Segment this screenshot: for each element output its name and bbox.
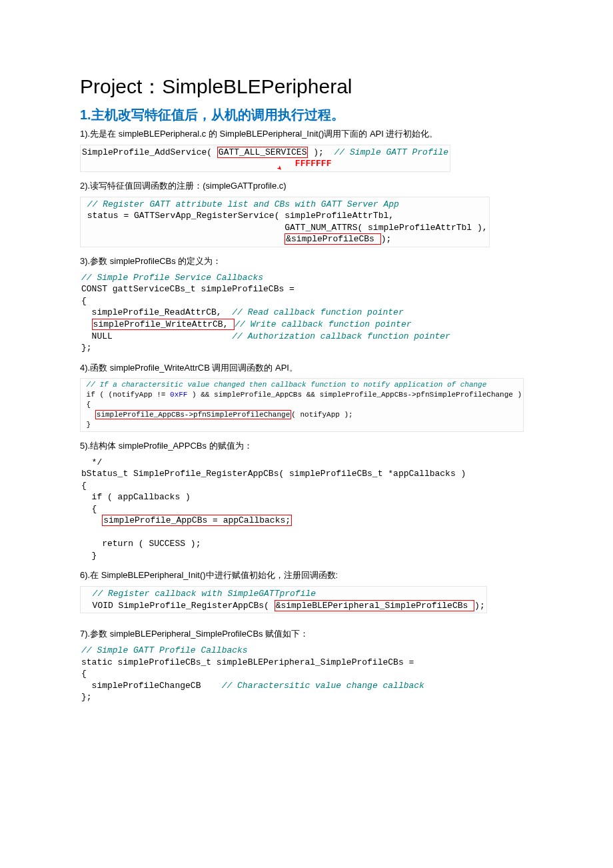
code-line: GATT_NUM_ATTRS( simpleProfileAttrTbl ), xyxy=(82,223,488,233)
code-comment: // If a charactersitic value changed the… xyxy=(82,381,486,389)
code-line: }; xyxy=(81,343,92,353)
code-comment: // Write callback function pointer xyxy=(235,319,411,329)
code-comment: // Register callback with SimpleGATTprof… xyxy=(82,589,316,599)
step-1-text: 1).先是在 simpleBLEPeripheral.c 的 SimpleBLE… xyxy=(80,128,533,141)
code-line: { xyxy=(81,481,87,491)
code-block-7: // Simple GATT Profile Callbacks static … xyxy=(80,643,533,705)
step-3-text: 3).参数 simpleProfileCBs 的定义为： xyxy=(80,255,533,268)
code-text: simpleProfile_ReadAttrCB, xyxy=(81,307,232,317)
code-text: ); xyxy=(474,601,485,611)
code-line: if ( appCallbacks ) xyxy=(81,492,191,502)
code-line: { xyxy=(81,296,87,306)
code-block-3: // Simple Profile Service Callbacks CONS… xyxy=(80,271,533,355)
code-blank-line xyxy=(81,527,87,537)
code-line: { xyxy=(81,669,87,679)
code-text xyxy=(81,515,102,525)
code-line: { xyxy=(82,401,91,409)
document-page: Project：SimpleBLEPeripheral 1.主机改写特征值后，从… xyxy=(0,0,613,751)
highlight-gatt-all-services: GATT_ALL_SERVICES xyxy=(217,147,308,158)
section-1-heading: 1.主机改写特征值后，从机的调用执行过程。 xyxy=(80,106,533,124)
code-annotation: FFFFFFF xyxy=(295,159,332,169)
code-comment: // Simple GATT Profile xyxy=(334,147,448,157)
code-comment: // Simple Profile Service Callbacks xyxy=(81,273,263,283)
page-title: Project：SimpleBLEPeripheral xyxy=(80,73,533,101)
code-comment: // Charactersitic value change callback xyxy=(222,681,424,691)
code-block-5: */ bStatus_t SimpleProfile_RegisterAppCB… xyxy=(80,455,533,563)
code-comment: // Simple GATT Profile Callbacks xyxy=(81,645,248,655)
code-block-6: // Register callback with SimpleGATTprof… xyxy=(80,586,487,613)
highlight-appcbs-assign: simpleProfile_AppCBs = appCallbacks; xyxy=(102,515,292,526)
code-block-1: SimpleProfile_AddService( GATT_ALL_SERVI… xyxy=(80,145,450,172)
code-comment: // Read callback function pointer xyxy=(232,307,403,317)
code-line: status = GATTServApp_RegisterService( si… xyxy=(82,211,394,221)
code-text xyxy=(82,234,285,244)
code-line: bStatus_t SimpleProfile_RegisterAppCBs( … xyxy=(81,469,466,479)
code-text: VOID SimpleProfile_RegisterAppCBs( xyxy=(82,601,275,611)
code-text: ) && simpleProfile_AppCBs && simpleProfi… xyxy=(187,391,522,399)
code-line: */ xyxy=(81,457,102,467)
code-block-2: // Register GATT attribute list and CBs … xyxy=(80,197,490,247)
step-7-text: 7).参数 simpleBLEPeripheral_SimpleProfileC… xyxy=(80,628,533,641)
highlight-simpleprofilecbs: &simpleProfileCBs xyxy=(285,233,380,245)
code-text: ); xyxy=(308,147,334,157)
code-literal: 0xFF xyxy=(170,391,187,399)
code-text xyxy=(81,319,92,329)
code-line: }; xyxy=(81,692,92,702)
code-line: { xyxy=(81,504,97,514)
highlight-writeattrcb: simpleProfile_WriteAttrCB, xyxy=(92,319,235,330)
step-6-text: 6).在 SimpleBLEPeripheral_Init()中进行赋值初始化，… xyxy=(80,569,533,582)
code-comment: // Register GATT attribute list and CBs … xyxy=(82,199,399,209)
arrow-icon: ➤ xyxy=(273,163,285,175)
code-text: if ( (notifyApp != xyxy=(82,391,170,399)
code-line: } xyxy=(81,551,97,561)
highlight-simpleble-simpleprofilecbs: &simpleBLEPeripheral_SimpleProfileCBs xyxy=(275,600,474,611)
step-5-text: 5).结构体 simpleProfile_APPCBs 的赋值为： xyxy=(80,440,533,453)
code-text: NULL xyxy=(81,331,232,341)
code-text: ( notifyApp ); xyxy=(291,411,352,419)
code-line: } xyxy=(82,421,91,429)
step-2-text: 2).读写特征值回调函数的注册：(simpleGATTprofile.c) xyxy=(80,180,533,193)
code-text: ); xyxy=(381,234,392,244)
code-line: static simpleProfileCBs_t simpleBLEPerip… xyxy=(81,657,414,667)
code-block-4: // If a charactersitic value changed the… xyxy=(80,378,524,431)
code-comment: // Authorization callback function point… xyxy=(232,331,450,341)
step-4-text: 4).函数 simpleProfile_WriteAttrCB 调用回调函数的 … xyxy=(80,362,533,375)
highlight-pfnsimpleprofilechange: simpleProfile_AppCBs->pfnSimpleProfileCh… xyxy=(95,410,291,419)
code-text xyxy=(82,411,95,419)
code-line: return ( SUCCESS ); xyxy=(81,539,201,549)
code-line: CONST gattServiceCBs_t simpleProfileCBs … xyxy=(81,284,295,294)
code-text: SimpleProfile_AddService( xyxy=(82,147,217,157)
code-text: simpleProfileChangeCB xyxy=(81,681,222,691)
